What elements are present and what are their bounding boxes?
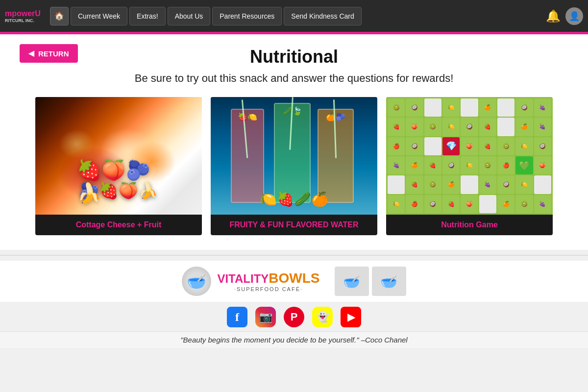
nav-extras[interactable]: Extras! — [129, 7, 166, 25]
grid-cell: 🍋 — [442, 98, 460, 117]
nutrition-game-grid: 🥝 🥥 🍋 🍊 🥥 🍇 🍓 🍑 🥝 🍋 🥥 🍓 🍊 🍇 — [386, 97, 553, 215]
grid-cell: 🍋 — [442, 118, 460, 136]
grid-cell: 🥥 — [406, 137, 423, 155]
grid-cell: 🥥 — [406, 98, 423, 117]
grid-cell-gem-red: 💎 — [442, 137, 460, 155]
grid-cell: 🥥 — [497, 175, 514, 194]
fb-letter: f — [235, 311, 239, 324]
pinterest-icon[interactable]: P — [284, 307, 304, 327]
card-2-image: 🍓🍋 🥒🍃 🍊🫐 — [211, 97, 377, 215]
grid-cell: 🍇 — [388, 156, 405, 174]
sponsor-image-1 — [335, 267, 369, 296]
home-icon: 🏠 — [54, 11, 64, 21]
instagram-icon[interactable]: 📷 — [255, 307, 276, 327]
grid-cell — [461, 175, 478, 194]
social-row: f 📷 P 👻 ▶ — [0, 302, 588, 331]
home-button[interactable]: 🏠 — [50, 7, 69, 25]
quote-text: "Beauty begins the moment you decide to … — [180, 336, 407, 344]
grid-cell: 🥝 — [388, 98, 405, 117]
pin-letter: P — [291, 311, 298, 323]
bell-icon[interactable]: 🔔 — [546, 9, 561, 23]
vitality-bowl-icon: 🥣 — [182, 267, 211, 296]
grid-cell — [424, 98, 441, 117]
sponsor-text-block: VITALITYBOWLS ·SUPERFOOD CAFÉ· — [217, 270, 319, 292]
main-content: ◀ RETURN Nutritional Be sure to try out … — [0, 34, 588, 250]
page-subtitle: Be sure to try out this snack and answer… — [20, 72, 568, 85]
grid-cell: 🍑 — [406, 118, 423, 136]
grid-cell: 🥥 — [424, 195, 441, 213]
grid-cell — [424, 137, 441, 155]
card-1-image: 🫐🍓🍑🍌 — [35, 97, 202, 215]
grid-cell-gem-green: 💚 — [515, 156, 533, 174]
nav-send-kindness[interactable]: Send Kindness Card — [284, 7, 361, 25]
card-fruity-water[interactable]: 🍓🍋 🥒🍃 🍊🫐 FRUITY & FUN FLAVORED WATER — [211, 97, 377, 235]
content-divider — [0, 255, 588, 256]
logo-subtext: RITCURL INC. — [5, 18, 44, 24]
snapchat-icon[interactable]: 👻 — [312, 307, 333, 327]
grid-cell: 🍓 — [424, 156, 441, 174]
grid-cell: 🥥 — [515, 98, 533, 117]
card-3-caption: Nutrition Game — [386, 215, 553, 235]
nav-icons: 🔔 👤 — [546, 7, 583, 25]
grid-cell: 🥝 — [497, 137, 514, 155]
grid-cell: 🥝 — [424, 175, 441, 194]
grid-cell: 🍊 — [406, 156, 423, 174]
grid-cell: 🍑 — [534, 156, 551, 174]
nav-parent-resources[interactable]: Parent Resources — [212, 7, 282, 25]
grid-cell: 🍑 — [461, 195, 478, 213]
footer-quote: "Beauty begins the moment you decide to … — [0, 331, 588, 348]
grid-cell: 🍇 — [534, 98, 551, 117]
grid-cell: 🍋 — [461, 156, 478, 174]
grid-cell: 🥥 — [442, 156, 460, 174]
page-title: Nutritional — [20, 44, 568, 67]
nav-current-week[interactable]: Current Week — [71, 7, 127, 25]
grid-cell: 🍎 — [388, 137, 405, 155]
sponsor-images — [335, 267, 406, 296]
grid-cell: 🍋 — [515, 175, 533, 194]
grid-cell — [461, 98, 478, 117]
card-cottage-cheese[interactable]: 🫐🍓🍑🍌 Cottage Cheese + Fruit — [35, 97, 202, 235]
youtube-icon[interactable]: ▶ — [341, 307, 361, 327]
grid-cell: 🥝 — [424, 118, 441, 136]
sponsor-name: VITALITYBOWLS — [217, 270, 319, 286]
grid-cell: 🍓 — [406, 175, 423, 194]
return-button[interactable]: ◀ RETURN — [20, 44, 78, 63]
snap-ghost: 👻 — [316, 311, 329, 323]
vitality-span: VITALITY — [217, 272, 269, 285]
grid-cell: 🍓 — [479, 118, 496, 136]
bowls-span: BOWLS — [269, 270, 319, 286]
grid-cell — [497, 118, 514, 136]
grid-cell — [388, 175, 405, 194]
grid-cell: 🍊 — [442, 175, 460, 194]
yt-play: ▶ — [347, 311, 355, 323]
grid-cell: 🥥 — [534, 137, 551, 155]
return-icon: ◀ — [28, 49, 34, 58]
sponsor-section: 🥣 VITALITYBOWLS ·SUPERFOOD CAFÉ· — [0, 261, 588, 302]
card-1-caption: Cottage Cheese + Fruit — [35, 215, 202, 235]
app-logo: mpowerU RITCURL INC. — [5, 9, 44, 24]
grid-cell: 🥝 — [479, 156, 496, 174]
grid-cell: 🍓 — [388, 118, 405, 136]
grid-cell: 🍋 — [388, 195, 405, 213]
grid-cell: 🍊 — [497, 195, 514, 213]
grid-cell: 🍑 — [461, 137, 478, 155]
user-avatar[interactable]: 👤 — [565, 7, 583, 25]
ig-symbol: 📷 — [259, 311, 272, 323]
nav-about-us[interactable]: About Us — [168, 7, 211, 25]
card-2-caption: FRUITY & FUN FLAVORED WATER — [211, 215, 377, 235]
grid-cell — [534, 175, 551, 194]
grid-cell: 🍎 — [406, 195, 423, 213]
cards-row: 🫐🍓🍑🍌 Cottage Cheese + Fruit 🍓🍋 🥒🍃 🍊🫐 — [20, 97, 568, 235]
grid-cell — [497, 98, 514, 117]
grid-cell: 🍇 — [479, 175, 496, 194]
facebook-icon[interactable]: f — [227, 307, 247, 327]
grid-cell: 🍋 — [515, 137, 533, 155]
grid-cell: 🍓 — [479, 137, 496, 155]
sponsor-tagline: ·SUPERFOOD CAFÉ· — [217, 286, 319, 292]
grid-cell: 🍓 — [442, 195, 460, 213]
grid-cell: 🍇 — [534, 118, 551, 136]
card-nutrition-game[interactable]: 🥝 🥥 🍋 🍊 🥥 🍇 🍓 🍑 🥝 🍋 🥥 🍓 🍊 🍇 — [386, 97, 553, 235]
grid-cell — [479, 195, 496, 213]
grid-cell: 🍊 — [515, 118, 533, 136]
grid-cell: 🍎 — [497, 156, 514, 174]
